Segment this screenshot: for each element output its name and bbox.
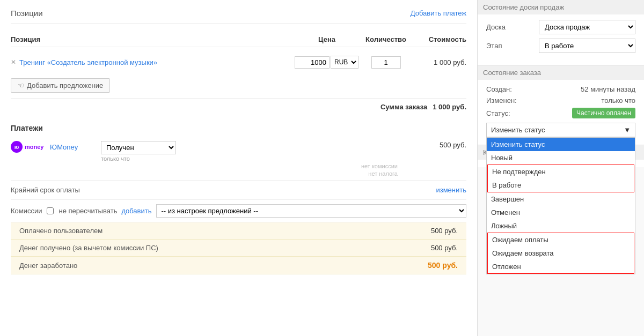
payment-commission: нет комиссии <box>101 163 398 169</box>
summary-label-3: Денег заработано <box>19 262 77 270</box>
dropdown-item-3[interactable]: В работе <box>488 178 634 192</box>
payment-logo: ю money ЮMoney <box>11 141 97 153</box>
position-cost: 1 000 руб. <box>413 58 466 66</box>
commissions-select[interactable]: -- из настроек предложений -- <box>156 204 467 218</box>
dropdown-item-9[interactable]: Отложен <box>488 260 634 273</box>
summary-row-2: Денег получено (за вычетом комиссии ПС) … <box>11 240 466 257</box>
col-position-header: Позиция <box>11 35 295 43</box>
payment-row: ю money ЮMoney Получен Новый Ожидает Воз… <box>11 138 466 180</box>
summary-row-3: Денег заработано 500 руб. <box>11 257 466 274</box>
payment-time: только что <box>101 155 398 162</box>
created-field: Создан: 52 минуты назад <box>486 85 635 93</box>
chevron-down-icon: ▼ <box>624 126 631 134</box>
summary-table: Оплачено пользователем 500 руб. Денег по… <box>11 222 466 274</box>
col-cost-header: Стоимость <box>413 35 466 43</box>
board-label: Доска <box>486 23 506 31</box>
commissions-row: Комиссии не пересчитывать добавить -- из… <box>11 199 466 222</box>
col-qty-header: Количество <box>359 35 413 43</box>
order-total: Сумма заказа 1 000 руб. <box>11 98 466 115</box>
commissions-checkbox[interactable] <box>47 207 54 214</box>
price-input[interactable] <box>295 56 330 69</box>
remove-position-btn[interactable]: ✕ <box>11 58 16 66</box>
quantity-input[interactable] <box>371 56 401 69</box>
summary-value-3: 500 руб. <box>428 261 458 270</box>
commissions-checkbox-label: не пересчитывать <box>59 207 118 215</box>
status-dropdown-label: Изменить статус <box>491 126 545 134</box>
payment-amount-col: 500 руб. <box>402 141 466 149</box>
payment-status-col: Получен Новый Ожидает Возврат только что… <box>101 141 398 177</box>
changed-field: Изменен: только что <box>486 96 635 104</box>
payment-tax: нет налога <box>101 170 398 177</box>
status-field: Статус: Частично оплачен <box>486 108 635 118</box>
ymoney-icon: ю <box>11 141 23 153</box>
board-select[interactable]: Доска продаж <box>539 20 635 34</box>
status-label: Статус: <box>486 109 510 117</box>
deadline-link[interactable]: изменить <box>436 186 466 194</box>
stage-field: Этап В работе Новый Завершен <box>486 39 635 53</box>
panel-header: Позиции Добавить платеж <box>11 9 466 24</box>
created-label: Создан: <box>486 85 512 93</box>
payment-name-link[interactable]: ЮMoney <box>50 143 78 151</box>
order-status-title: Состояние заказа <box>478 65 644 80</box>
status-dropdown-list: Изменить статус Новый Не подтвержден В р… <box>486 137 635 274</box>
ymoney-brand-text: money <box>25 144 43 150</box>
commissions-label: Комиссии <box>11 207 42 215</box>
dropdown-item-4[interactable]: Завершен <box>487 192 635 206</box>
dropdown-item-7[interactable]: Ожидаем оплаты <box>488 233 634 247</box>
deadline-label: Крайний срок оплаты <box>11 186 80 194</box>
hand-icon: ☜ <box>18 81 24 89</box>
status-dropdown-trigger[interactable]: Изменить статус ▼ <box>486 123 635 137</box>
currency-select[interactable]: RUB USD EUR <box>331 56 358 69</box>
position-row: ✕ Тренинг «Создатель электронной музыки»… <box>11 51 466 73</box>
order-total-label: Сумма заказа <box>380 103 427 111</box>
panel-title: Позиции <box>11 9 43 18</box>
add-offer-label: Добавить предложение <box>27 81 103 89</box>
positions-header: Позиция Цена Количество Стоимость <box>11 32 466 47</box>
commissions-add-link[interactable]: добавить <box>121 207 151 215</box>
status-dropdown-container: Изменить статус ▼ Изменить статус Новый … <box>486 123 635 137</box>
dropdown-item-2[interactable]: Не подтвержден <box>488 165 634 178</box>
summary-value-2: 500 руб. <box>431 244 458 252</box>
summary-label-2: Денег получено (за вычетом комиссии ПС) <box>19 244 158 252</box>
price-input-group: RUB USD EUR <box>295 56 359 69</box>
payments-title: Платежи <box>11 124 466 132</box>
summary-row-1: Оплачено пользователем 500 руб. <box>11 222 466 240</box>
board-field: Доска Доска продаж <box>486 20 635 34</box>
dropdown-item-8[interactable]: Ожидаем возврата <box>488 247 634 260</box>
summary-value-1: 500 руб. <box>431 227 458 235</box>
created-value: 52 минуты назад <box>581 85 635 93</box>
order-status-section: Состояние заказа Создан: 52 минуты назад… <box>478 65 644 145</box>
add-payment-link[interactable]: Добавить платеж <box>411 9 466 17</box>
dropdown-item-6[interactable]: Ложный <box>487 219 635 233</box>
status-badge: Частично оплачен <box>572 108 635 118</box>
add-offer-button[interactable]: ☜ Добавить предложение <box>11 78 110 93</box>
payment-amount: 500 руб. <box>440 141 466 149</box>
changed-value: только что <box>601 96 635 104</box>
dropdown-item-1[interactable]: Новый <box>487 151 635 165</box>
deadline-row: Крайний срок оплаты изменить <box>11 180 466 199</box>
dropdown-item-5[interactable]: Отменен <box>487 206 635 219</box>
board-section: Состояние доски продаж Доска Доска прода… <box>478 0 644 65</box>
col-price-header: Цена <box>295 35 359 43</box>
order-total-value: 1 000 руб. <box>433 103 466 111</box>
position-name-cell: ✕ Тренинг «Создатель электронной музыки» <box>11 58 295 66</box>
dropdown-item-0[interactable]: Изменить статус <box>487 138 635 151</box>
changed-label: Изменен: <box>486 96 517 104</box>
stage-label: Этап <box>486 42 502 50</box>
position-link[interactable]: Тренинг «Создатель электронной музыки» <box>19 58 157 66</box>
board-section-title: Состояние доски продаж <box>478 0 644 14</box>
payment-status-select[interactable]: Получен Новый Ожидает Возврат <box>101 141 176 154</box>
summary-label-1: Оплачено пользователем <box>19 227 103 235</box>
stage-select[interactable]: В работе Новый Завершен <box>539 39 635 53</box>
